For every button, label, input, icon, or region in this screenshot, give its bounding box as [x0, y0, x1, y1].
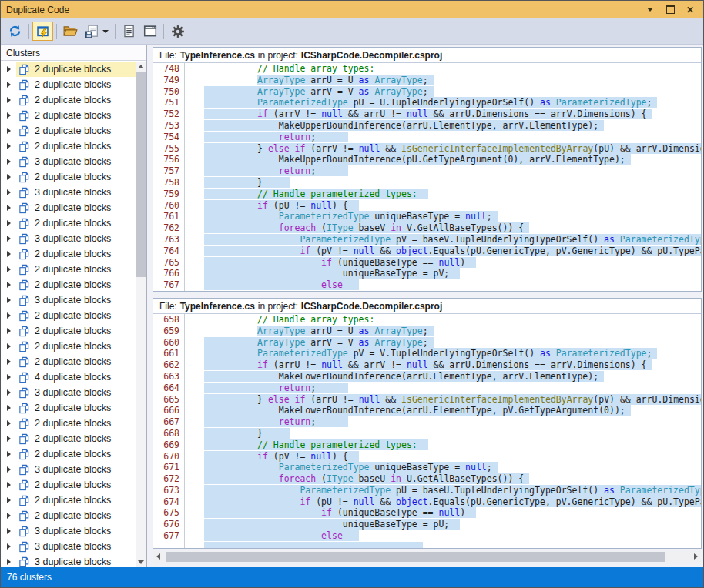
collapse-arrow-icon[interactable]	[7, 236, 11, 242]
collapse-arrow-icon[interactable]	[7, 251, 11, 257]
cluster-item[interactable]: 2 duplicate blocks	[1, 354, 136, 369]
code-line[interactable]: 664 return;	[153, 383, 701, 394]
code-line[interactable]: 675 if (uniqueBaseType == null)	[153, 507, 701, 519]
cluster-item-body[interactable]: 2 duplicate blocks	[16, 92, 136, 108]
code-line[interactable]: 764 if (pV != null && object.Equals(pU.G…	[153, 246, 701, 257]
cluster-item[interactable]: 2 duplicate blocks	[1, 262, 136, 277]
cluster-item[interactable]: 2 duplicate blocks	[1, 246, 136, 262]
collapse-arrow-icon[interactable]	[7, 328, 11, 334]
cluster-item[interactable]: 2 duplicate blocks	[1, 123, 136, 139]
collapse-arrow-icon[interactable]	[7, 374, 11, 380]
cluster-item-body[interactable]: 2 duplicate blocks	[16, 400, 136, 416]
cluster-item[interactable]: 2 duplicate blocks	[1, 169, 136, 185]
code-line[interactable]: 674 if (pU != null && object.Equals(pU.G…	[153, 496, 701, 508]
cluster-item[interactable]: 3 duplicate blocks	[1, 185, 136, 200]
analyze-button[interactable]	[32, 22, 53, 41]
code-line[interactable]: 666 MakeLowerBoundInference(arrU.Element…	[153, 405, 701, 416]
code-view[interactable]: 658 // Handle array types:659 ArrayType …	[153, 314, 701, 548]
cluster-item-body[interactable]: 2 duplicate blocks	[16, 277, 136, 292]
code-line[interactable]: 763 ParameterizedType pV = baseV.TupleUn…	[153, 234, 701, 246]
cluster-item[interactable]: 3 duplicate blocks	[1, 292, 136, 308]
collapse-arrow-icon[interactable]	[7, 497, 11, 503]
refresh-button[interactable]	[5, 22, 25, 41]
code-line[interactable]: 758 }	[153, 177, 701, 189]
clusters-scrollbar[interactable]	[136, 62, 146, 567]
cluster-item-body[interactable]: 2 duplicate blocks	[16, 108, 136, 123]
code-line[interactable]: 755 } else if (arrV != null && IsGeneric…	[153, 143, 701, 155]
code-line[interactable]: 756 MakeUpperBoundInference(pU.GetTypeAr…	[153, 154, 701, 165]
cluster-item[interactable]: 2 duplicate blocks	[1, 215, 136, 231]
collapse-arrow-icon[interactable]	[7, 528, 11, 534]
collapse-arrow-icon[interactable]	[7, 482, 11, 488]
cluster-item[interactable]: 3 duplicate blocks	[1, 462, 136, 477]
code-line[interactable]: 761 ParameterizedType uniqueBaseType = n…	[153, 211, 701, 222]
cluster-item[interactable]: 2 duplicate blocks	[1, 400, 136, 416]
code-line[interactable]: 659 ArrayType arrU = U as ArrayType;	[153, 326, 701, 337]
cluster-item-body[interactable]: 2 duplicate blocks	[16, 77, 136, 92]
collapse-arrow-icon[interactable]	[7, 128, 11, 134]
code-line[interactable]: 748 // Handle array types:	[153, 63, 701, 75]
cluster-item[interactable]: 3 duplicate blocks	[1, 523, 136, 539]
cluster-item[interactable]: 2 duplicate blocks	[1, 431, 136, 446]
collapse-arrow-icon[interactable]	[7, 297, 11, 303]
collapse-arrow-icon[interactable]	[7, 159, 11, 165]
cluster-item-body[interactable]: 3 duplicate blocks	[16, 292, 136, 308]
code-line[interactable]: 750 ArrayType arrV = V as ArrayType;	[153, 86, 701, 98]
code-line[interactable]: 676 uniqueBaseType = pU;	[153, 519, 701, 530]
collapse-arrow-icon[interactable]	[7, 312, 11, 319]
collapse-arrow-icon[interactable]	[7, 66, 11, 72]
code-line[interactable]: 754 return;	[153, 132, 701, 143]
horizontal-scrollbar-thumb[interactable]	[166, 552, 665, 562]
code-line[interactable]: 677 else	[153, 530, 701, 542]
collapse-arrow-icon[interactable]	[7, 436, 11, 442]
cluster-item-body[interactable]: 3 duplicate blocks	[16, 385, 136, 400]
collapse-arrow-icon[interactable]	[7, 405, 11, 411]
vertical-scrollbar-thumb[interactable]	[136, 72, 146, 277]
cluster-item[interactable]: 2 duplicate blocks	[1, 139, 136, 154]
collapse-arrow-icon[interactable]	[7, 559, 11, 565]
code-line[interactable]: 672 foreach (IType baseU in U.GetAllBase…	[153, 473, 701, 485]
scroll-left-arrow[interactable]	[153, 551, 164, 563]
code-line[interactable]: 661 ParameterizedType pV = V.TupleUnderl…	[153, 348, 701, 359]
cluster-item[interactable]: 2 duplicate blocks	[1, 308, 136, 323]
cluster-item[interactable]: 2 duplicate blocks	[1, 108, 136, 123]
save-results-button[interactable]	[81, 22, 102, 41]
cluster-item[interactable]: 4 duplicate blocks	[1, 369, 136, 385]
code-view[interactable]: 748 // Handle array types:749 ArrayType …	[153, 63, 701, 291]
title-bar[interactable]: Duplicate Code ✕	[1, 1, 703, 18]
cluster-item[interactable]: 2 duplicate blocks	[1, 446, 136, 462]
cluster-item[interactable]: 2 duplicate blocks	[1, 477, 136, 493]
collapse-arrow-icon[interactable]	[7, 466, 11, 473]
settings-button[interactable]	[167, 22, 188, 41]
code-line[interactable]: 762 foreach (IType baseV in V.GetAllBase…	[153, 222, 701, 234]
cluster-item[interactable]: 2 duplicate blocks	[1, 77, 136, 92]
cluster-item[interactable]: 2 duplicate blocks	[1, 416, 136, 431]
cluster-item[interactable]: 2 duplicate blocks	[1, 92, 136, 108]
code-line[interactable]: 667 return;	[153, 416, 701, 428]
save-dropdown-arrow-icon[interactable]	[102, 30, 109, 33]
close-button[interactable]: ✕	[684, 4, 696, 16]
cluster-item[interactable]: 3 duplicate blocks	[1, 385, 136, 400]
code-line[interactable]: 669 // Handle parameterized types:	[153, 439, 701, 451]
cluster-item[interactable]: 2 duplicate blocks	[1, 493, 136, 508]
cluster-item-body[interactable]: 2 duplicate blocks	[16, 354, 136, 369]
cluster-item-body[interactable]: 2 duplicate blocks	[16, 308, 136, 323]
code-line[interactable]: 673 ParameterizedType pU = baseU.TupleUn…	[153, 485, 701, 496]
code-line[interactable]: 765 if (uniqueBaseType == null)	[153, 257, 701, 269]
cluster-item-body[interactable]: 2 duplicate blocks	[16, 139, 136, 154]
collapse-arrow-icon[interactable]	[7, 174, 11, 180]
collapse-arrow-icon[interactable]	[7, 282, 11, 288]
horizontal-scrollbar-track[interactable]	[164, 551, 690, 563]
cluster-item[interactable]: 2 duplicate blocks	[1, 200, 136, 215]
cluster-item[interactable]: 3 duplicate blocks	[1, 554, 136, 567]
collapse-arrow-icon[interactable]	[7, 543, 11, 550]
code-line[interactable]: 759 // Handle parameterized types:	[153, 189, 701, 200]
collapse-arrow-icon[interactable]	[7, 513, 11, 519]
collapse-arrow-icon[interactable]	[7, 343, 11, 349]
cluster-item-body[interactable]: 2 duplicate blocks	[16, 169, 136, 185]
code-line[interactable]: 751 ParameterizedType pU = U.TupleUnderl…	[153, 97, 701, 109]
cluster-item-body[interactable]: 2 duplicate blocks	[16, 431, 136, 446]
collapse-arrow-icon[interactable]	[7, 220, 11, 226]
code-line[interactable]: 757 return;	[153, 165, 701, 177]
code-line[interactable]: 753 MakeUpperBoundInference(arrU.Element…	[153, 120, 701, 132]
